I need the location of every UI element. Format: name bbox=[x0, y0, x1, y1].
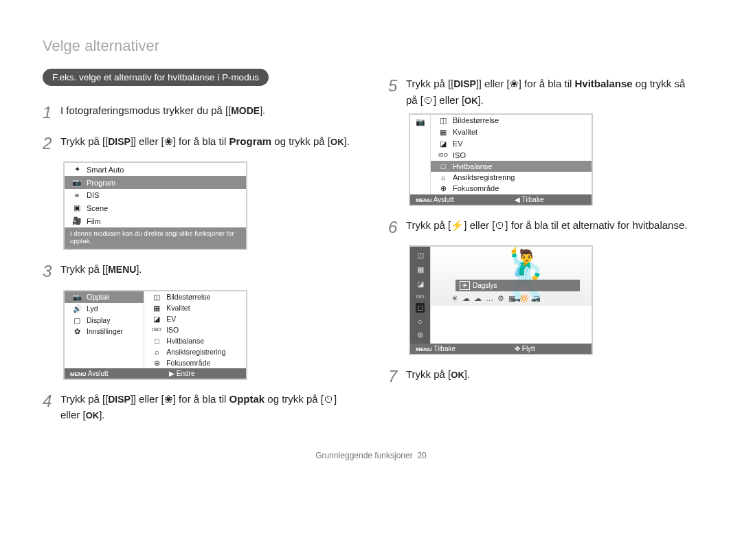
chevron-left-icon: ◀ bbox=[515, 196, 520, 203]
step-text: I fotograferingsmodus trykker du på [MOD… bbox=[60, 100, 354, 119]
shoot-item-quality: ▦Kvalitet bbox=[431, 126, 592, 138]
wb-preview: 🕺 ☀Dagslys ☀ ☁ ☁ … ⚙ ▦ 🔆 ▢ bbox=[431, 247, 592, 306]
shoot-item-face: ⌕Ansiktsregistrering bbox=[431, 172, 592, 183]
wb-label: ☀Dagslys bbox=[456, 280, 580, 291]
gear-icon: ✿ bbox=[71, 327, 82, 335]
step-text: Trykk på [⚡] eller [⏲] for å bla til et … bbox=[406, 214, 699, 233]
menu-right-quality: ▦Kvalitet bbox=[144, 302, 246, 313]
step-3: 3 Trykk på [MENU. bbox=[43, 258, 354, 284]
page-footer: Grunnleggende funksjoner 20 bbox=[43, 451, 699, 460]
disp-button-ref: DISP bbox=[451, 77, 478, 92]
wb-icon: □ bbox=[438, 162, 449, 170]
menu-icon: MENU bbox=[70, 371, 87, 377]
quality-icon: ▦ bbox=[438, 128, 449, 137]
menu-right-iso: ISOISO bbox=[144, 324, 246, 335]
shoot-item-ev: ◪EV bbox=[431, 138, 592, 150]
menu-icon: MENU bbox=[416, 197, 432, 203]
person-silhouette-icon: 🕺 bbox=[513, 251, 554, 300]
grid-icon: ▦ bbox=[508, 294, 515, 303]
cloud2-icon: ☁ bbox=[474, 294, 482, 303]
bold-program: Program bbox=[229, 135, 271, 147]
mode-note: I denne modusen kan du direkte angi ulik… bbox=[65, 227, 246, 249]
chevron-right-icon: ▶ bbox=[169, 370, 175, 377]
menu-right-wb: □Hvitbalanse bbox=[144, 335, 246, 346]
menu-left-settings: ✿Innstillinger bbox=[65, 326, 144, 337]
film-icon: 🎥 bbox=[71, 216, 82, 225]
lcd-footer: MENU Tilbake ✥ Flytt bbox=[410, 344, 592, 354]
timer-icon: ⏲ bbox=[324, 393, 334, 405]
scene-icon: ▣ bbox=[71, 203, 82, 212]
timer-icon: ⏲ bbox=[495, 219, 505, 231]
menu-right-focus: ⊕Fokusområde bbox=[144, 357, 246, 368]
step-number: 1 bbox=[43, 100, 60, 125]
step-text: Trykk på [DISP] eller [❀] for å bla til … bbox=[60, 131, 354, 150]
iso-icon: ISO bbox=[438, 152, 449, 158]
step-text: Trykk på [DISP] eller [❀] for å bla til … bbox=[60, 388, 354, 423]
wb-icon-row: ☀ ☁ ☁ … ⚙ ▦ 🔆 ▢ bbox=[451, 294, 586, 303]
dis-icon: ≡ bbox=[71, 191, 82, 199]
face-icon: ⌕ bbox=[438, 173, 449, 181]
step-2: 2 Trykk på [DISP] eller [❀] for å bla ti… bbox=[43, 131, 354, 156]
ok-button-ref: OK bbox=[86, 410, 100, 421]
menu-right-size: ◫Bildestørrelse bbox=[144, 291, 246, 302]
right-column: 5 Trykk på [DISP] eller [❀] for å bla ti… bbox=[388, 69, 699, 429]
mode-button-ref: MODE bbox=[228, 104, 262, 119]
step-5: 5 Trykk på [DISP] eller [❀] for å bla ti… bbox=[388, 73, 699, 108]
step-text: Trykk på [OK]. bbox=[406, 363, 699, 382]
step-number: 4 bbox=[43, 388, 60, 414]
sun-icon: ☀ bbox=[460, 281, 470, 290]
more-icon: … bbox=[486, 294, 493, 303]
iso-icon: ISO bbox=[416, 293, 424, 300]
camera-icon: 📷 bbox=[71, 293, 82, 302]
size-icon: ◫ bbox=[151, 293, 162, 301]
ok-button-ref: OK bbox=[464, 96, 478, 106]
size-icon: ◫ bbox=[417, 249, 424, 261]
ok-button-ref: OK bbox=[451, 370, 464, 380]
flower-icon: ❀ bbox=[510, 78, 519, 89]
section-heading: F.eks. velge et alternativ for hvitbalan… bbox=[43, 69, 269, 86]
camera-icon: 📷 bbox=[71, 178, 82, 187]
cloud-icon: ☁ bbox=[462, 294, 470, 303]
menu-button-ref: MENU bbox=[105, 262, 139, 278]
bold-hvitbalanse: Hvitbalanse bbox=[574, 78, 632, 89]
lcd-main-menu: 📷Opptak 🔊Lyd ▢Display ✿Innstillinger ◫Bi… bbox=[63, 290, 247, 380]
menu-left-opptak: 📷Opptak bbox=[65, 291, 144, 303]
ev-icon: ◪ bbox=[151, 315, 162, 323]
face-icon: ⌕ bbox=[418, 315, 423, 326]
step-text: Trykk på [MENU. bbox=[60, 258, 354, 278]
page-number: 20 bbox=[417, 451, 426, 460]
lcd-footer: MENU Avslutt ▶ Endre bbox=[65, 368, 246, 379]
mode-item-scene: ▣Scene bbox=[65, 201, 246, 214]
star-icon: ✦ bbox=[71, 165, 82, 174]
menu-icon: MENU bbox=[416, 346, 432, 352]
size-icon: ◫ bbox=[438, 116, 449, 125]
quality-icon: ▦ bbox=[417, 264, 424, 276]
mode-item-program: 📷Program bbox=[65, 176, 246, 189]
brightness-icon: 🔆 bbox=[519, 294, 529, 303]
step-number: 5 bbox=[388, 73, 406, 98]
iso-icon: ISO bbox=[151, 326, 162, 333]
shoot-item-hvitbalanse: □Hvitbalanse bbox=[431, 161, 592, 172]
menu-left-lyd: 🔊Lyd bbox=[65, 303, 144, 315]
focus-icon: ⊕ bbox=[151, 359, 162, 367]
ev-icon: ◪ bbox=[417, 278, 424, 290]
ev-icon: ◪ bbox=[438, 139, 449, 148]
mode-item-dis: ≡DIS bbox=[65, 189, 246, 201]
step-number: 7 bbox=[388, 363, 406, 389]
page-title: Velge alternativer bbox=[43, 37, 699, 55]
disp-button-ref: DISP bbox=[105, 392, 133, 407]
ok-button-ref: OK bbox=[330, 137, 344, 147]
flash-icon: ⚡ bbox=[451, 219, 464, 231]
focus-icon: ⊕ bbox=[438, 184, 449, 193]
bold-opptak: Opptak bbox=[229, 393, 265, 405]
lcd-mode-dial: ✦Smart Auto 📷Program ≡DIS ▣Scene 🎥Film I… bbox=[63, 161, 247, 250]
left-column: F.eks. velge et alternativ for hvitbalan… bbox=[43, 69, 354, 429]
step-text: Trykk på [DISP] eller [❀] for å bla til … bbox=[406, 73, 699, 108]
display-icon: ▢ bbox=[71, 316, 82, 324]
wb-icon: □ bbox=[416, 303, 425, 313]
flower-icon: ❀ bbox=[164, 393, 173, 405]
step-4: 4 Trykk på [DISP] eller [❀] for å bla ti… bbox=[43, 388, 354, 423]
camera-icon: 📷 bbox=[416, 117, 425, 126]
flower-icon: ❀ bbox=[164, 135, 173, 147]
disp-button-ref: DISP bbox=[105, 135, 133, 150]
